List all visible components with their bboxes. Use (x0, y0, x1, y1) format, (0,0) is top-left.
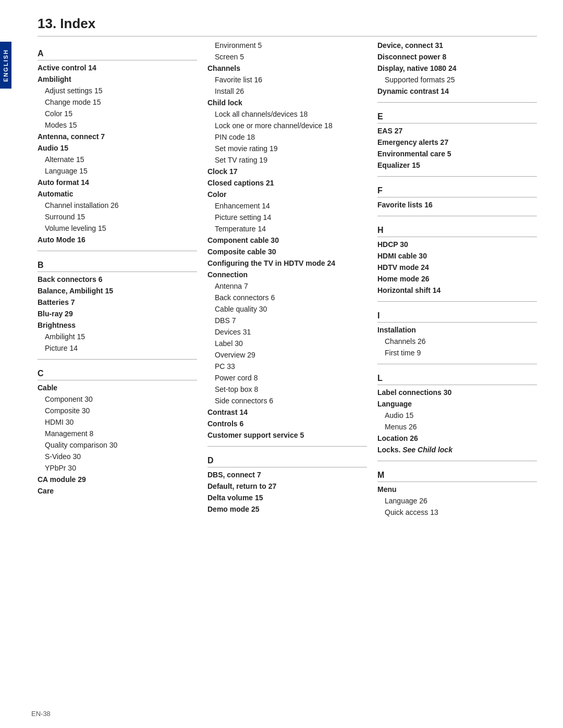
list-item: Configuring the TV in HDTV mode 24 (207, 258, 367, 269)
list-item: Label 30 (207, 338, 367, 349)
index-columns: A Active control 14 Ambilight Adjust set… (38, 40, 537, 519)
section-c-label: C (38, 369, 197, 380)
list-item: Set TV rating 19 (207, 155, 367, 166)
list-item: Supported formats 25 (377, 75, 537, 85)
list-item: Delta volume 15 (207, 492, 367, 503)
section-h-entries: HDCP 30 HDMI cable 30 HDTV mode 24 Home … (377, 239, 537, 296)
list-item: Horizontal shift 14 (377, 285, 537, 296)
list-item: Blu-ray 29 (38, 309, 197, 319)
list-item: Enhancement 14 (207, 201, 367, 212)
section-i-entries: Installation Channels 26 First time 9 (377, 325, 537, 359)
list-item: Composite cable 30 (207, 246, 367, 257)
list-item: Favorite lists 16 (377, 200, 537, 211)
list-item: YPbPr 30 (38, 463, 197, 474)
list-item: Lock one or more channel/device 18 (207, 120, 367, 131)
list-item: PIN code 18 (207, 132, 367, 143)
list-item: Surround 15 (38, 212, 197, 223)
list-item: HDMI cable 30 (377, 251, 537, 262)
list-item: EAS 27 (377, 126, 537, 137)
list-item: Power cord 8 (207, 373, 367, 384)
section-c-entries: Cable Component 30 Composite 30 HDMI 30 … (38, 382, 197, 497)
list-item: Batteries 7 (38, 297, 197, 308)
side-tab-label: ENGLISH (3, 49, 9, 82)
list-item: Environment 5 (207, 40, 367, 51)
list-item: HDMI 30 (38, 417, 197, 428)
section-e-label: E (377, 112, 537, 124)
section-e-entries: EAS 27 Emergency alerts 27 Environmental… (377, 126, 537, 171)
section-l-label: L (377, 374, 537, 385)
list-item: Channels (207, 63, 367, 74)
list-item: Set-top box 8 (207, 384, 367, 395)
list-item: DBS, connect 7 (207, 470, 367, 480)
section-d-label: D (207, 456, 367, 467)
list-item: DBS 7 (207, 315, 367, 326)
list-item: Cable quality 30 (207, 304, 367, 315)
list-item: Channels 26 (377, 336, 537, 347)
column-3: Device, connect 31 Disconnect power 8 Di… (377, 40, 537, 519)
section-m-label: M (377, 471, 537, 482)
list-item: Quick access 13 (377, 507, 537, 518)
list-item: Color 15 (38, 108, 197, 119)
list-item: Installation (377, 325, 537, 336)
list-item: PC 33 (207, 361, 367, 372)
col2-pre-entries: Environment 5 Screen 5 Channels Favorite… (207, 40, 367, 441)
list-item: HDCP 30 (377, 239, 537, 250)
list-item: Default, return to 27 (207, 481, 367, 492)
list-item: Devices 31 (207, 327, 367, 338)
list-item: Clock 17 (207, 166, 367, 177)
list-item: Brightness (38, 320, 197, 331)
list-item: Change mode 15 (38, 97, 197, 108)
list-item: Channel installation 26 (38, 200, 197, 211)
section-f-label: F (377, 186, 537, 198)
list-item: Quality comparison 30 (38, 440, 197, 451)
list-item: Lock all channels/devices 18 (207, 109, 367, 120)
list-item: Component cable 30 (207, 235, 367, 246)
list-item: Component 30 (38, 394, 197, 405)
list-item: Audio 15 (38, 143, 197, 154)
list-item: Ambilight 15 (38, 331, 197, 342)
list-item: Location 26 (377, 433, 537, 444)
list-item: Management 8 (38, 428, 197, 439)
list-item: Controls 6 (207, 418, 367, 429)
page-footer: EN-38 (31, 710, 51, 718)
list-item: Auto Mode 16 (38, 235, 197, 245)
list-item: Contrast 14 (207, 407, 367, 418)
section-d-entries: DBS, connect 7 Default, return to 27 Del… (207, 470, 367, 515)
list-item: Audio 15 (377, 410, 537, 421)
list-item: Volume leveling 15 (38, 223, 197, 234)
list-item: Active control 14 (38, 63, 197, 73)
list-item: Menus 26 (377, 422, 537, 433)
section-h-label: H (377, 226, 537, 237)
page-title: 13. Index (38, 16, 537, 36)
list-item: Care (38, 486, 197, 497)
side-tab: ENGLISH (0, 42, 11, 89)
column-1: A Active control 14 Ambilight Adjust set… (38, 40, 207, 519)
list-item: Color (207, 189, 367, 200)
list-item: Back connectors 6 (38, 274, 197, 285)
section-a-entries: Active control 14 Ambilight Adjust setti… (38, 63, 197, 245)
list-item: Antenna, connect 7 (38, 131, 197, 142)
list-item: Alternate 15 (38, 154, 197, 165)
list-item: Balance, Ambilight 15 (38, 286, 197, 297)
list-item: Connection (207, 269, 367, 280)
list-item: Antenna 7 (207, 281, 367, 292)
list-item: Automatic (38, 189, 197, 200)
list-item: Picture 14 (38, 343, 197, 354)
section-l-entries: Label connections 30 Language Audio 15 M… (377, 387, 537, 455)
list-item: Equalizer 15 (377, 160, 537, 171)
list-item: Child lock (207, 97, 367, 108)
section-b-entries: Back connectors 6 Balance, Ambilight 15 … (38, 274, 197, 354)
list-item: Dynamic contrast 14 (377, 86, 537, 97)
list-item: Composite 30 (38, 405, 197, 416)
col3-pre-entries: Device, connect 31 Disconnect power 8 Di… (377, 40, 537, 97)
italic-text: See Child lock (402, 446, 452, 454)
list-item: Environmental care 5 (377, 149, 537, 159)
list-item: Screen 5 (207, 52, 367, 63)
list-item: Emergency alerts 27 (377, 137, 537, 148)
section-f-entries: Favorite lists 16 (377, 200, 537, 211)
list-item: Display, native 1080 24 (377, 63, 537, 74)
list-item: Locks. See Child lock (377, 445, 537, 455)
list-item: S-Video 30 (38, 451, 197, 462)
list-item: Closed captions 21 (207, 178, 367, 189)
list-item: Side connectors 6 (207, 396, 367, 406)
